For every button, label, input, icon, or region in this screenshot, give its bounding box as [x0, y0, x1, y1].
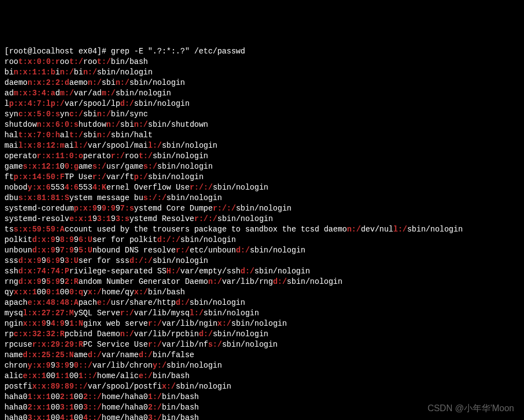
grep-match: 4:9 [51, 319, 64, 328]
command-prompt: [root@localhost ex04]# grep -E ".?:*:.?"… [4, 46, 520, 57]
grep-match: r:/ [93, 173, 106, 181]
grep-match: 5:9 [46, 277, 60, 286]
output-line: haha01:x:1002:1002::/home/haha01:/bin/ba… [4, 392, 520, 402]
grep-match: 0:g [64, 162, 78, 171]
output-line: systemd-coredump:x:999:997:systemd Core … [4, 203, 520, 214]
output-line: systemd-resolve:x:193:193:systemd Resolv… [4, 214, 520, 224]
grep-match: 2:1 [60, 392, 74, 401]
grep-match: p:x:9 [74, 204, 97, 213]
grep-match: 9:9 [101, 204, 115, 213]
grep-match: s:/:/ [143, 193, 166, 202]
output-line: ftp:x:14:50:FTP User:/var/ftp:/sbin/nolo… [4, 172, 520, 182]
grep-match: 3:/ [148, 413, 162, 420]
grep-match: r:/ [148, 340, 161, 349]
grep-match: d:/ [273, 277, 287, 286]
grep-match: 1::/ [78, 371, 97, 380]
output-line: games:x:12:100:games:/usr/games:/sbin/no… [4, 161, 520, 172]
grep-match: m:/ [101, 89, 115, 98]
output-line: rpc:x:32:32:Rpcbind Daemon:/var/lib/rpcb… [4, 329, 520, 340]
grep-match: e:/ [97, 298, 111, 307]
grep-match: t:x:0:0:r [18, 57, 60, 66]
grep-match: 1:1 [55, 371, 69, 380]
grep-match: s:/ [208, 340, 222, 349]
terminal-output: [root@localhost ex04]# grep -E ".?:*:.?"… [4, 46, 520, 420]
output-line: adm:x:3:4:adm:/var/adm:/sbin/nologin [4, 88, 520, 99]
grep-match: 1:N [69, 319, 83, 328]
grep-match: n:/ [116, 78, 129, 87]
grep-match: r:/ [176, 246, 190, 255]
grep-match: t:/ [139, 152, 153, 160]
grep-match: n:/ [60, 68, 74, 77]
grep-match: y:/ [153, 361, 166, 370]
output-line: polkitd:x:998:996:User for polkitd:/:/sb… [4, 235, 520, 245]
grep-match: 1:x:1 [28, 392, 51, 401]
grep-match: c:/ [69, 110, 83, 119]
grep-match: n:/ [347, 225, 361, 234]
grep-match: n:/ [106, 120, 120, 129]
grep-match: d:/ [236, 246, 250, 255]
grep-match: t:/ [97, 57, 111, 66]
output-line: daemon:x:2:2:daemon:/sbin:/sbin/nologin [4, 78, 520, 88]
grep-match: e:x:1 [23, 371, 46, 380]
grep-match: r:/:/ [195, 214, 218, 223]
grep-match: 0:q [69, 288, 83, 297]
grep-match: 0:1 [46, 288, 60, 297]
output-line: root:x:0:0:root:/root:/bin/bash [4, 57, 520, 67]
grep-match: 4:6 [64, 183, 78, 192]
grep-match: n:x:2:2:d [28, 78, 69, 87]
grep-match: n:/ [97, 131, 111, 139]
grep-match: d:x:25:25:N [23, 351, 74, 359]
grep-match: 3:s [116, 214, 129, 223]
output-line: chrony:x:993:990::/var/lib/chrony:/sbin/… [4, 360, 520, 371]
output-line: nobody:x:65534:65534:Kernel Overflow Use… [4, 182, 520, 193]
grep-match: n:/ [97, 110, 111, 119]
output-line: tss:x:59:59:Account used by the trousers… [4, 224, 520, 235]
grep-match: c:x:32:32:R [14, 330, 64, 338]
grep-match: d:x:74:74:P [18, 267, 69, 276]
grep-match: l:/ [190, 309, 203, 317]
grep-match: d:/ [176, 298, 190, 307]
grep-match: x:x:89:89::/ [32, 382, 88, 391]
grep-match: t:/ [69, 57, 83, 66]
grep-match: t:/ [69, 131, 83, 139]
grep-match: r:x:29:29:R [32, 340, 83, 349]
output-line: operator:x:11:0:operator:/root:/sbin/nol… [4, 151, 520, 161]
output-line: nginx:x:994:991:Nginx web server:/var/li… [4, 319, 520, 329]
grep-match: x:/ [134, 288, 148, 297]
grep-match: l:/ [148, 141, 161, 150]
grep-match: 6:9 [46, 256, 60, 265]
grep-match: 5:U [78, 246, 92, 255]
grep-match: 4::/ [83, 413, 102, 420]
grep-match: d:/ [139, 351, 153, 359]
grep-match: n:/ [208, 277, 222, 286]
grep-match: d:x:9 [32, 235, 55, 244]
grep-match: s:/ [143, 162, 157, 171]
grep-match: 2:x:1 [28, 403, 51, 412]
grep-match: 2::/ [83, 392, 102, 401]
grep-match: e:/ [139, 371, 153, 380]
grep-match: d:/:/ [157, 235, 180, 244]
grep-match: 0::/ [74, 361, 93, 370]
grep-match: n:/ [134, 120, 148, 129]
grep-match: H:/ [166, 267, 180, 276]
grep-match: n:/ [83, 68, 97, 77]
grep-match: 3:1 [60, 403, 74, 412]
grep-match: n:x:6:0:s [37, 120, 79, 129]
grep-match: d:/ [241, 267, 255, 276]
output-line: named:x:25:25:Named:/var/named:/bin/fals… [4, 350, 520, 360]
grep-match: r:/ [111, 152, 125, 160]
grep-match: 3:U [64, 256, 78, 265]
grep-match: p:x:14:50:F [14, 173, 64, 181]
grep-match: p:x:4:7:lp:/ [9, 99, 64, 108]
output-line: qyx:x:1000:1000:qyx:/home/qyx:/bin/bash [4, 287, 520, 298]
output-line: apache:x:48:48:Apache:/usr/share/httpd:/… [4, 298, 520, 308]
grep-match: r:/ [148, 319, 162, 328]
grep-match: d:/ [120, 99, 134, 108]
grep-match: l:/ [393, 225, 407, 234]
grep-match: s:x:12:1 [23, 162, 60, 171]
grep-match: x:x:1 [14, 288, 37, 297]
grep-match: r:x:11:0:o [37, 152, 83, 160]
grep-match: 8:9 [60, 235, 74, 244]
grep-match: l:x:27:27:M [23, 309, 74, 317]
watermark-text: CSDN @小年华'Moon [428, 403, 514, 413]
